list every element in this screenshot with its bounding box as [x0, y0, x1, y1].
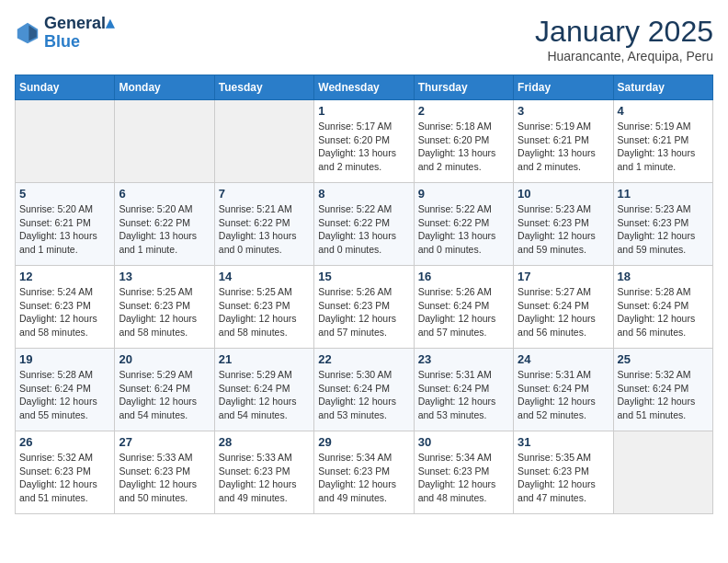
calendar-cell: 31Sunrise: 5:35 AMSunset: 6:23 PMDayligh… — [514, 431, 613, 514]
calendar-cell: 23Sunrise: 5:31 AMSunset: 6:24 PMDayligh… — [414, 349, 513, 431]
day-info: Sunrise: 5:20 AMSunset: 6:21 PMDaylight:… — [19, 202, 110, 257]
weekday-header: Thursday — [414, 75, 513, 100]
calendar-cell: 8Sunrise: 5:22 AMSunset: 6:22 PMDaylight… — [314, 183, 414, 266]
day-number: 7 — [219, 187, 310, 201]
day-info: Sunrise: 5:33 AMSunset: 6:23 PMDaylight:… — [119, 451, 210, 505]
calendar-cell: 7Sunrise: 5:21 AMSunset: 6:22 PMDaylight… — [214, 183, 313, 266]
calendar-cell: 1Sunrise: 5:17 AMSunset: 6:20 PMDaylight… — [314, 100, 414, 183]
day-info: Sunrise: 5:17 AMSunset: 6:20 PMDaylight:… — [318, 120, 409, 174]
day-number: 30 — [418, 435, 509, 449]
day-number: 27 — [119, 435, 210, 449]
day-info: Sunrise: 5:18 AMSunset: 6:20 PMDaylight:… — [418, 120, 509, 174]
calendar-cell: 19Sunrise: 5:28 AMSunset: 6:24 PMDayligh… — [16, 349, 115, 431]
calendar-cell — [16, 100, 115, 183]
calendar-cell: 9Sunrise: 5:22 AMSunset: 6:22 PMDaylight… — [414, 183, 513, 266]
day-info: Sunrise: 5:32 AMSunset: 6:23 PMDaylight:… — [19, 451, 110, 505]
day-number: 19 — [19, 352, 110, 366]
day-number: 9 — [418, 187, 509, 201]
day-info: Sunrise: 5:27 AMSunset: 6:24 PMDaylight:… — [518, 285, 609, 339]
day-number: 14 — [219, 270, 310, 283]
calendar-cell: 28Sunrise: 5:33 AMSunset: 6:23 PMDayligh… — [214, 431, 313, 514]
calendar-cell: 4Sunrise: 5:19 AMSunset: 6:21 PMDaylight… — [613, 100, 712, 183]
calendar-cell: 26Sunrise: 5:32 AMSunset: 6:23 PMDayligh… — [16, 431, 115, 514]
calendar-cell: 25Sunrise: 5:32 AMSunset: 6:24 PMDayligh… — [613, 349, 712, 431]
day-number: 11 — [618, 187, 709, 201]
weekday-header: Friday — [514, 75, 613, 100]
day-info: Sunrise: 5:28 AMSunset: 6:24 PMDaylight:… — [618, 285, 709, 339]
day-info: Sunrise: 5:33 AMSunset: 6:23 PMDaylight:… — [219, 451, 310, 505]
day-number: 8 — [318, 187, 409, 201]
day-number: 22 — [318, 352, 409, 366]
logo: General▴ Blue — [15, 15, 114, 52]
day-info: Sunrise: 5:22 AMSunset: 6:22 PMDaylight:… — [318, 202, 409, 257]
day-number: 26 — [19, 435, 110, 449]
day-info: Sunrise: 5:21 AMSunset: 6:22 PMDaylight:… — [219, 202, 310, 257]
calendar-cell: 10Sunrise: 5:23 AMSunset: 6:23 PMDayligh… — [514, 183, 613, 266]
day-info: Sunrise: 5:28 AMSunset: 6:24 PMDaylight:… — [19, 368, 110, 422]
weekday-header: Sunday — [16, 75, 115, 100]
weekday-header: Monday — [115, 75, 214, 100]
day-number: 5 — [19, 187, 110, 201]
calendar-cell: 15Sunrise: 5:26 AMSunset: 6:23 PMDayligh… — [314, 266, 414, 349]
day-number: 25 — [618, 352, 709, 366]
day-number: 28 — [219, 435, 310, 449]
day-info: Sunrise: 5:29 AMSunset: 6:24 PMDaylight:… — [119, 368, 210, 422]
month-title: January 2025 — [535, 15, 713, 49]
day-number: 18 — [618, 270, 709, 283]
calendar-cell: 29Sunrise: 5:34 AMSunset: 6:23 PMDayligh… — [314, 431, 414, 514]
calendar-cell: 5Sunrise: 5:20 AMSunset: 6:21 PMDaylight… — [16, 183, 115, 266]
day-number: 31 — [518, 435, 609, 449]
day-number: 29 — [318, 435, 409, 449]
calendar-cell: 22Sunrise: 5:30 AMSunset: 6:24 PMDayligh… — [314, 349, 414, 431]
day-number: 12 — [19, 270, 110, 283]
day-number: 15 — [318, 270, 409, 283]
day-number: 10 — [518, 187, 609, 201]
day-number: 13 — [119, 270, 210, 283]
day-info: Sunrise: 5:24 AMSunset: 6:23 PMDaylight:… — [19, 285, 110, 339]
calendar-cell — [214, 100, 313, 183]
calendar-cell — [115, 100, 214, 183]
calendar-cell: 24Sunrise: 5:31 AMSunset: 6:24 PMDayligh… — [514, 349, 613, 431]
day-info: Sunrise: 5:19 AMSunset: 6:21 PMDaylight:… — [618, 120, 709, 174]
day-number: 21 — [219, 352, 310, 366]
calendar-cell: 21Sunrise: 5:29 AMSunset: 6:24 PMDayligh… — [214, 349, 313, 431]
calendar-cell: 3Sunrise: 5:19 AMSunset: 6:21 PMDaylight… — [514, 100, 613, 183]
day-number: 3 — [518, 104, 609, 118]
weekday-header: Saturday — [613, 75, 712, 100]
day-info: Sunrise: 5:22 AMSunset: 6:22 PMDaylight:… — [418, 202, 509, 257]
day-number: 1 — [318, 104, 409, 118]
day-number: 20 — [119, 352, 210, 366]
calendar-cell: 6Sunrise: 5:20 AMSunset: 6:22 PMDaylight… — [115, 183, 214, 266]
title-area: January 2025 Huarancante, Arequipa, Peru — [535, 15, 713, 63]
day-info: Sunrise: 5:35 AMSunset: 6:23 PMDaylight:… — [518, 451, 609, 505]
calendar-cell: 30Sunrise: 5:34 AMSunset: 6:23 PMDayligh… — [414, 431, 513, 514]
day-info: Sunrise: 5:25 AMSunset: 6:23 PMDaylight:… — [219, 285, 310, 339]
page-header: General▴ Blue January 2025 Huarancante, … — [15, 15, 713, 63]
weekday-header: Tuesday — [214, 75, 313, 100]
day-info: Sunrise: 5:34 AMSunset: 6:23 PMDaylight:… — [418, 451, 509, 505]
calendar-cell — [613, 431, 712, 514]
calendar-cell: 2Sunrise: 5:18 AMSunset: 6:20 PMDaylight… — [414, 100, 513, 183]
day-info: Sunrise: 5:29 AMSunset: 6:24 PMDaylight:… — [219, 368, 310, 422]
day-number: 17 — [518, 270, 609, 283]
day-info: Sunrise: 5:25 AMSunset: 6:23 PMDaylight:… — [119, 285, 210, 339]
day-info: Sunrise: 5:26 AMSunset: 6:24 PMDaylight:… — [418, 285, 509, 339]
logo-icon — [15, 20, 40, 46]
weekday-header: Wednesday — [314, 75, 414, 100]
logo-text: General▴ Blue — [44, 15, 114, 52]
day-info: Sunrise: 5:32 AMSunset: 6:24 PMDaylight:… — [618, 368, 709, 422]
day-number: 23 — [418, 352, 509, 366]
day-info: Sunrise: 5:23 AMSunset: 6:23 PMDaylight:… — [518, 202, 609, 257]
calendar-cell: 27Sunrise: 5:33 AMSunset: 6:23 PMDayligh… — [115, 431, 214, 514]
calendar-cell: 14Sunrise: 5:25 AMSunset: 6:23 PMDayligh… — [214, 266, 313, 349]
day-info: Sunrise: 5:34 AMSunset: 6:23 PMDaylight:… — [318, 451, 409, 505]
day-number: 16 — [418, 270, 509, 283]
day-info: Sunrise: 5:19 AMSunset: 6:21 PMDaylight:… — [518, 120, 609, 174]
calendar-header: SundayMondayTuesdayWednesdayThursdayFrid… — [16, 75, 713, 100]
calendar-cell: 18Sunrise: 5:28 AMSunset: 6:24 PMDayligh… — [613, 266, 712, 349]
calendar-cell: 20Sunrise: 5:29 AMSunset: 6:24 PMDayligh… — [115, 349, 214, 431]
day-number: 6 — [119, 187, 210, 201]
location-subtitle: Huarancante, Arequipa, Peru — [535, 49, 713, 63]
day-number: 24 — [518, 352, 609, 366]
calendar-table: SundayMondayTuesdayWednesdayThursdayFrid… — [15, 75, 713, 514]
